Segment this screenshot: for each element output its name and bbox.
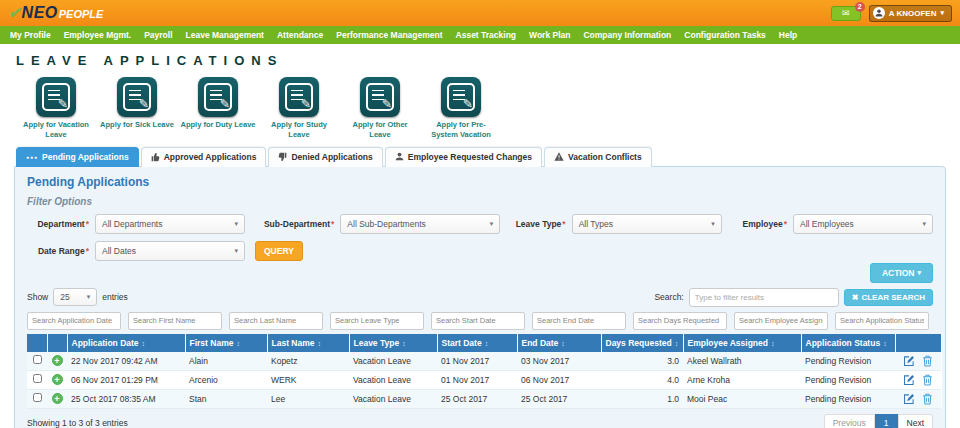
apply-other-leave-button[interactable]: ✎ Apply for Other Leave xyxy=(342,77,418,140)
global-search-input[interactable] xyxy=(689,288,839,307)
row-checkbox[interactable] xyxy=(33,393,42,402)
tab-employee-requested-changes[interactable]: Employee Requested Changes xyxy=(385,147,542,167)
edit-button[interactable] xyxy=(903,374,915,386)
logo-check-icon: ✔ xyxy=(8,4,21,22)
applications-table: Application Date↕ First Name↕ Last Name↕… xyxy=(27,334,942,409)
menu-item-help[interactable]: Help xyxy=(779,30,797,40)
delete-button[interactable] xyxy=(922,355,933,367)
applications-tabs: ●●● Pending Applications Approved Applic… xyxy=(16,147,946,167)
menu-item-my-profile[interactable]: My Profile xyxy=(10,30,51,40)
quick-actions: ✎ Apply for Vacation Leave ✎ Apply for S… xyxy=(18,77,946,140)
action-dropdown-button[interactable]: ACTION ▾ xyxy=(870,263,933,283)
search-end-date-input[interactable] xyxy=(532,312,626,330)
entries-label: entries xyxy=(102,292,128,302)
employee-select[interactable]: All Employees ▾ xyxy=(793,214,933,234)
query-button[interactable]: QUERY xyxy=(255,241,303,261)
employee-label: Employee* xyxy=(729,219,787,229)
cell-leave-type: Vacation Leave xyxy=(349,352,437,371)
sort-icon: ↕ xyxy=(318,340,322,347)
column-header-end-date[interactable]: End Date↕ xyxy=(517,334,601,352)
page-1-button[interactable]: 1 xyxy=(875,414,898,428)
leave-form-icon: ✎ xyxy=(360,77,400,117)
edit-button[interactable] xyxy=(903,355,915,367)
column-header-start-date[interactable]: Start Date↕ xyxy=(437,334,517,352)
department-select[interactable]: All Departments ▾ xyxy=(95,214,245,234)
cell-start-date: 01 Nov 2017 xyxy=(437,370,517,389)
sub-department-select[interactable]: All Sub-Departments ▾ xyxy=(340,214,500,234)
cell-employee-assigned: Arne Kroha xyxy=(683,370,801,389)
row-checkbox[interactable] xyxy=(33,374,42,383)
main-menu: My Profile Employee Mgmt. Payroll Leave … xyxy=(0,26,960,44)
tab-denied-applications[interactable]: Denied Applications xyxy=(268,147,382,167)
column-header-application-status[interactable]: Application Status↕ xyxy=(801,334,895,352)
search-leave-type-input[interactable] xyxy=(330,312,424,330)
cell-application-date: 06 Nov 2017 01:29 PM xyxy=(67,370,185,389)
cell-last-name: Lee xyxy=(267,389,349,408)
menu-item-asset-tracking[interactable]: Asset Tracking xyxy=(456,30,516,40)
search-last-name-input[interactable] xyxy=(229,312,323,330)
column-header-employee-assigned[interactable]: Employee Assigned↕ xyxy=(683,334,801,352)
sort-icon: ↕ xyxy=(236,340,240,347)
menu-item-payroll[interactable]: Payroll xyxy=(144,30,172,40)
menu-item-leave-management[interactable]: Leave Management xyxy=(186,30,264,40)
quick-action-label: Apply for Study Leave xyxy=(261,120,337,140)
leave-type-select[interactable]: All Types ▾ xyxy=(572,214,722,234)
expand-row-button[interactable]: + xyxy=(52,355,63,366)
notification-badge: 2 xyxy=(855,2,865,12)
search-start-date-input[interactable] xyxy=(431,312,525,330)
quick-action-label: Apply for Pre-System Vacation xyxy=(423,120,499,140)
expand-row-button[interactable]: + xyxy=(52,374,63,385)
caret-down-icon: ▾ xyxy=(87,293,91,301)
user-menu-button[interactable]: A KNOOFEN ▾ xyxy=(869,5,952,22)
cell-leave-type: Vacation Leave xyxy=(349,389,437,408)
apply-duty-leave-button[interactable]: ✎ Apply for Duty Leave xyxy=(180,77,256,140)
column-header-application-date[interactable]: Application Date↕ xyxy=(67,334,185,352)
tab-pending-applications[interactable]: ●●● Pending Applications xyxy=(16,147,139,167)
previous-page-button[interactable]: Previous xyxy=(824,414,875,428)
cell-days-requested: 4.0 xyxy=(601,370,683,389)
menu-item-company-information[interactable]: Company Information xyxy=(583,30,671,40)
logo-text-people: PEOPLE xyxy=(59,8,104,20)
envelope-icon: ✉ xyxy=(842,8,850,18)
delete-button[interactable] xyxy=(922,393,933,405)
search-application-date-input[interactable] xyxy=(27,312,121,330)
next-page-button[interactable]: Next xyxy=(898,414,933,428)
cell-end-date: 25 Oct 2017 xyxy=(517,389,601,408)
sort-icon: ↕ xyxy=(883,340,887,347)
column-header-days-requested[interactable]: Days Requested↕ xyxy=(601,334,683,352)
page-title: LEAVE APPLICATIONS xyxy=(16,53,946,68)
search-application-status-input[interactable] xyxy=(835,312,929,330)
page-size-select[interactable]: 25 ▾ xyxy=(53,288,97,306)
search-employee-assigned-input[interactable] xyxy=(734,312,828,330)
date-range-select[interactable]: All Dates ▾ xyxy=(95,241,245,261)
tab-approved-applications[interactable]: Approved Applications xyxy=(141,147,267,167)
edit-button[interactable] xyxy=(903,393,915,405)
caret-down-icon: ▾ xyxy=(917,269,921,277)
caret-down-icon: ▾ xyxy=(922,220,926,228)
search-first-name-input[interactable] xyxy=(128,312,222,330)
search-days-requested-input[interactable] xyxy=(633,312,727,330)
menu-item-employee-mgmt[interactable]: Employee Mgmt. xyxy=(64,30,132,40)
apply-vacation-leave-button[interactable]: ✎ Apply for Vacation Leave xyxy=(18,77,94,140)
column-header-last-name[interactable]: Last Name↕ xyxy=(267,334,349,352)
column-header-first-name[interactable]: First Name↕ xyxy=(185,334,267,352)
person-icon xyxy=(395,152,404,161)
expand-row-button[interactable]: + xyxy=(52,393,63,404)
menu-item-performance-management[interactable]: Performance Management xyxy=(336,30,442,40)
delete-button[interactable] xyxy=(922,374,933,386)
notifications-button[interactable]: ✉ 2 xyxy=(831,6,861,21)
leave-form-icon: ✎ xyxy=(441,77,481,117)
cell-last-name: Kopetz xyxy=(267,352,349,371)
tab-vacation-conflicts[interactable]: Vacation Conflicts xyxy=(544,147,652,167)
apply-sick-leave-button[interactable]: ✎ Apply for Sick Leave xyxy=(99,77,175,140)
column-header-leave-type[interactable]: Leave Type↕ xyxy=(349,334,437,352)
row-checkbox[interactable] xyxy=(33,355,42,364)
menu-item-work-plan[interactable]: Work Plan xyxy=(529,30,570,40)
menu-item-configuration-tasks[interactable]: Configuration Tasks xyxy=(684,30,766,40)
caret-down-icon: ▾ xyxy=(711,220,715,228)
apply-pre-system-vacation-button[interactable]: ✎ Apply for Pre-System Vacation xyxy=(423,77,499,140)
cell-start-date: 25 Oct 2017 xyxy=(437,389,517,408)
menu-item-attendance[interactable]: Attendance xyxy=(277,30,323,40)
apply-study-leave-button[interactable]: ✎ Apply for Study Leave xyxy=(261,77,337,140)
clear-search-button[interactable]: ✖ CLEAR SEARCH xyxy=(844,289,933,306)
